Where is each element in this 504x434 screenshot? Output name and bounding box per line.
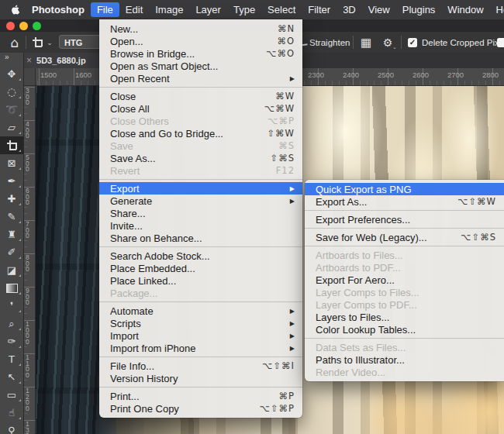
menubar-item-type[interactable]: Type <box>227 2 261 17</box>
file-menu-item-place-embedded[interactable]: Place Embedded... <box>99 262 302 274</box>
crop-overlay-grid-icon[interactable]: ▦ <box>359 32 373 53</box>
lasso-tool[interactable]: ➰ <box>0 101 23 119</box>
menubar-item-photoshop[interactable]: Photoshop <box>26 2 91 17</box>
ruler-tick-label: 2500 <box>378 71 394 79</box>
file-menu-item-new[interactable]: New...⌘N <box>99 22 302 35</box>
file-menu-item-generate[interactable]: Generate▶ <box>99 195 302 207</box>
blur-tool[interactable]: ❜ <box>0 297 23 315</box>
file-menu-item-save-as[interactable]: Save As...⇧⌘S <box>99 152 302 164</box>
submenu-arrow-icon: ▶ <box>290 198 295 205</box>
spot-healing-brush-tool[interactable]: ✚ <box>0 190 23 208</box>
crop-preset-dropdown[interactable]: HTG <box>59 35 104 49</box>
file-menu-item-close-and-go-to-bridge[interactable]: Close and Go to Bridge...⇧⌘W <box>99 127 302 140</box>
file-menu-item-browse-in-bridge[interactable]: Browse in Bridge...⌥⌘O <box>99 47 302 60</box>
export-menu-item-export-as[interactable]: Export As...⌥⇧⌘W <box>305 195 504 208</box>
file-menu-item-share[interactable]: Share... <box>99 207 302 219</box>
frame-tool[interactable]: ⊠ <box>0 154 23 172</box>
home-icon[interactable]: ⌂ <box>6 32 23 53</box>
expand-tools-icon[interactable]: » <box>0 53 23 65</box>
file-menu-item-automate[interactable]: Automate▶ <box>99 305 302 317</box>
menu-item-shortcut: ⌥⇧⌘W <box>457 196 496 207</box>
export-menu-item-export-for-aero[interactable]: Export For Aero... <box>305 274 504 286</box>
vertical-ruler[interactable]: 3 0 04 0 05 0 06 0 07 0 08 0 09 0 01 0 0… <box>23 68 36 434</box>
menubar-item-view[interactable]: View <box>362 2 396 17</box>
menubar-item-layer[interactable]: Layer <box>189 2 227 17</box>
menu-item-label: Layer Comps to PDF... <box>316 299 496 311</box>
file-menu-item-close[interactable]: Close⌘W <box>99 90 302 102</box>
eraser-tool[interactable]: ◪ <box>0 261 23 279</box>
file-menu-item-file-info[interactable]: File Info...⌥⇧⌘I <box>99 360 302 372</box>
menu-item-shortcut: ⇧⌘S <box>271 153 295 164</box>
file-menu-item-import-from-iphone[interactable]: Import from iPhone▶ <box>99 342 302 354</box>
straighten-button[interactable]: Straighten <box>309 32 350 53</box>
export-menu-item-quick-export-as-png[interactable]: Quick Export as PNG <box>305 183 504 195</box>
file-menu-item-close-all[interactable]: Close All⌥⌘W <box>99 102 302 115</box>
export-menu-item-export-preferences[interactable]: Export Preferences... <box>305 213 504 226</box>
move-tool[interactable]: ✥ <box>0 65 23 83</box>
delete-cropped-pixels-checkbox[interactable]: ✓ <box>408 38 417 47</box>
gradient-tool[interactable] <box>0 279 23 297</box>
file-menu-item-scripts[interactable]: Scripts▶ <box>99 317 302 329</box>
file-menu-item-print[interactable]: Print...⌘P <box>99 390 302 402</box>
menubar-item-plugins[interactable]: Plugins <box>396 2 442 17</box>
path-selection-tool[interactable]: ↖ <box>0 368 23 386</box>
file-menu-item-open-as-smart-object[interactable]: Open as Smart Object... <box>99 60 302 72</box>
file-menu-item-open-recent[interactable]: Open Recent▶ <box>99 72 302 84</box>
file-menu-item-save: Save⌘S <box>99 140 302 152</box>
zoom-tool[interactable]: ⚲ <box>0 422 23 434</box>
file-menu-item-invite[interactable]: Invite... <box>99 219 302 232</box>
close-tab-icon[interactable]: × <box>26 55 32 66</box>
zoom-window-button[interactable] <box>33 22 41 30</box>
menu-item-shortcut: ⌥⌘W <box>264 103 295 114</box>
rectangle-tool[interactable]: ▭ <box>0 386 23 404</box>
menubar-item-help[interactable]: Help <box>490 2 504 17</box>
menubar-item-edit[interactable]: Edit <box>119 2 149 17</box>
menu-item-label: Save <box>110 140 278 152</box>
dodge-tool[interactable]: ⌕ <box>0 315 23 332</box>
hand-tool[interactable]: ☝ <box>0 404 23 422</box>
type-tool[interactable]: T <box>0 350 23 368</box>
brush-tool[interactable]: ✎ <box>0 208 23 226</box>
menu-item-label: Export As... <box>316 196 457 208</box>
menu-separator <box>99 246 302 247</box>
file-menu-item-open[interactable]: Open...⌘O <box>99 35 302 47</box>
elliptical-marquee-tool[interactable]: ◌ <box>0 83 23 101</box>
export-menu-item-save-for-web-legacy[interactable]: Save for Web (Legacy)...⌥⇧⌘S <box>305 231 504 243</box>
eyedropper-tool[interactable]: ✒ <box>0 172 23 190</box>
menubar-item-window[interactable]: Window <box>441 2 489 17</box>
submenu-arrow-icon: ▶ <box>290 332 295 339</box>
export-menu-item-color-lookup-tables[interactable]: Color Lookup Tables... <box>305 323 504 336</box>
menubar-item-select[interactable]: Select <box>261 2 302 17</box>
file-menu-item-share-on-behance[interactable]: Share on Behance... <box>99 232 302 244</box>
close-window-button[interactable] <box>6 22 15 30</box>
menu-separator <box>99 301 302 302</box>
chevron-down-icon[interactable]: ⌄ <box>45 32 54 53</box>
menubar-item-filter[interactable]: Filter <box>302 2 337 17</box>
export-menu-item-layers-to-files[interactable]: Layers to Files... <box>305 311 504 323</box>
clone-stamp-tool[interactable]: ♜ <box>0 226 23 243</box>
menubar-item-file[interactable]: File <box>91 2 119 17</box>
ruler-tick-label: 9 0 0 <box>26 288 29 306</box>
ruler-tick-label: 8 0 0 <box>26 255 29 273</box>
crop-tool[interactable] <box>0 136 23 154</box>
submenu-arrow-icon: ▶ <box>290 75 295 82</box>
menubar-item-3d[interactable]: 3D <box>337 2 362 17</box>
menu-item-shortcut: ⌥⌘P <box>268 115 295 126</box>
menubar-item-image[interactable]: Image <box>149 2 189 17</box>
file-menu-item-import[interactable]: Import▶ <box>99 329 302 342</box>
export-menu-item-paths-to-illustrator[interactable]: Paths to Illustrator... <box>305 353 504 366</box>
menu-item-label: Generate <box>110 195 284 207</box>
options-separator <box>353 36 354 49</box>
crop-tool-icon[interactable] <box>31 32 43 53</box>
pen-tool[interactable]: ✑ <box>0 332 23 350</box>
file-menu-item-print-one-copy[interactable]: Print One Copy⌥⇧⌘P <box>99 402 302 415</box>
file-menu-item-version-history[interactable]: Version History <box>99 372 302 384</box>
minimize-window-button[interactable] <box>19 22 28 30</box>
history-brush-tool[interactable]: ✐ <box>0 243 23 261</box>
file-menu-item-place-linked[interactable]: Place Linked... <box>99 274 302 287</box>
apple-menu-icon[interactable] <box>11 4 21 16</box>
content-aware-checkbox[interactable] <box>497 38 504 47</box>
file-menu-item-search-adobe-stock[interactable]: Search Adobe Stock... <box>99 250 302 262</box>
object-selection-tool[interactable]: ▱ <box>0 119 23 136</box>
file-menu-item-export[interactable]: Export▶ <box>99 182 302 195</box>
